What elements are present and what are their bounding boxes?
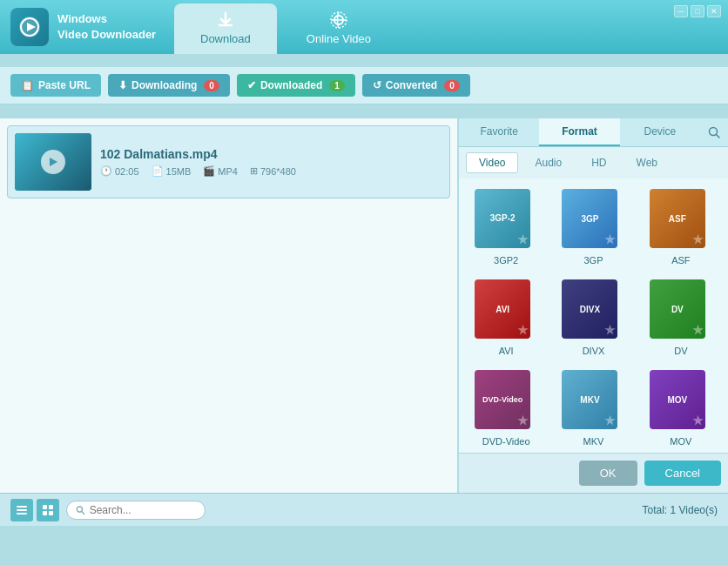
app-title: Windows Video Downloader [57, 11, 156, 43]
format-asf[interactable]: ASF ASF [641, 185, 721, 269]
minimize-button[interactable]: ─ [674, 5, 688, 17]
downloading-badge: 0 [204, 80, 219, 91]
status-bar: Total: 1 Video(s) [0, 493, 728, 526]
resolution-icon: ⊞ [250, 165, 258, 177]
format-grid: 3GP-2 3GP2 3GP 3GP ASF [459, 178, 728, 453]
format-icon-mov: MOV [650, 370, 712, 433]
format-3gp[interactable]: 3GP 3GP [553, 185, 633, 269]
file-list: 102 Dalmatians.mp4 🕐 02:05 📄 15MB 🎬 MP4 [0, 118, 458, 493]
format-icon-3gp2: 3GP-2 [475, 189, 537, 252]
tab-search[interactable] [700, 118, 728, 146]
converted-button[interactable]: ↺ Converted 0 [362, 74, 470, 97]
format-avi[interactable]: AVI AVI [466, 276, 546, 360]
file-icon: 📄 [152, 165, 164, 177]
play-button [41, 150, 65, 174]
format-mkv[interactable]: MKV MKV [553, 367, 633, 450]
svg-rect-11 [43, 505, 47, 509]
subtab-video[interactable]: Video [466, 152, 518, 173]
svg-rect-10 [17, 513, 27, 515]
maximize-button[interactable]: □ [691, 5, 704, 17]
file-thumbnail [15, 133, 91, 191]
list-view-button[interactable] [10, 499, 33, 521]
app-info: Windows Video Downloader [0, 0, 174, 54]
subtab-audio[interactable]: Audio [522, 152, 575, 173]
file-meta: 🕐 02:05 📄 15MB 🎬 MP4 ⊞ 796*480 [100, 165, 442, 177]
format-actions: OK Cancel [459, 453, 728, 493]
format-dvd[interactable]: DVD-Video DVD-Video [466, 367, 546, 450]
toolbar: 📋 Paste URL ⬇ Downloading 0 ✔ Downloaded… [0, 67, 728, 104]
svg-point-15 [77, 507, 82, 512]
convert-icon: ↺ [373, 79, 381, 91]
svg-rect-9 [17, 509, 27, 511]
svg-rect-8 [17, 506, 27, 508]
svg-rect-14 [49, 511, 53, 515]
paste-url-button[interactable]: 📋 Paste URL [10, 74, 101, 97]
format-meta: 🎬 MP4 [203, 165, 238, 177]
format-dv[interactable]: DV DV [641, 276, 721, 360]
tab-format[interactable]: Format [539, 118, 619, 146]
tab-online-video[interactable]: Online Video [280, 3, 397, 54]
main-tabs: Download Online Video [174, 0, 667, 54]
grid-view-button[interactable] [37, 499, 59, 521]
format-panel: Favorite Format Device Video Audio HD We… [458, 118, 728, 493]
subtab-web[interactable]: Web [624, 152, 671, 173]
format-icon-dvd: DVD-Video [475, 370, 537, 433]
check-icon: ✔ [247, 79, 256, 91]
search-box [66, 501, 206, 520]
file-item[interactable]: 102 Dalmatians.mp4 🕐 02:05 📄 15MB 🎬 MP4 [7, 125, 450, 198]
search-input[interactable] [90, 504, 196, 516]
format-icon-asf: ASF [650, 189, 712, 252]
view-buttons [10, 499, 59, 521]
main-content: 102 Dalmatians.mp4 🕐 02:05 📄 15MB 🎬 MP4 [0, 118, 728, 493]
duration-meta: 🕐 02:05 [100, 165, 139, 177]
svg-marker-5 [50, 158, 57, 166]
clipboard-icon: 📋 [21, 79, 34, 91]
window-controls: ─ □ ✕ [667, 0, 728, 54]
app-logo [10, 8, 49, 46]
file-name: 102 Dalmatians.mp4 [100, 147, 442, 161]
subtab-hd[interactable]: HD [578, 152, 619, 173]
ok-button[interactable]: OK [579, 461, 637, 486]
format-icon-divx: DIVX [562, 279, 624, 342]
downloading-button[interactable]: ⬇ Downloading 0 [108, 74, 230, 97]
format-3gp2[interactable]: 3GP-2 3GP2 [466, 185, 546, 269]
svg-line-16 [82, 511, 84, 514]
svg-rect-13 [43, 511, 47, 515]
format-icon-mkv: MKV [562, 370, 624, 433]
downloaded-button[interactable]: ✔ Downloaded 1 [237, 74, 355, 97]
tab-device[interactable]: Device [620, 118, 700, 146]
format-icon-dv: DV [650, 279, 712, 342]
size-meta: 📄 15MB [152, 165, 192, 177]
svg-rect-12 [49, 505, 53, 509]
close-button[interactable]: ✕ [707, 5, 721, 17]
format-icon: 🎬 [203, 165, 215, 177]
clock-icon: 🕐 [100, 165, 112, 177]
file-info: 102 Dalmatians.mp4 🕐 02:05 📄 15MB 🎬 MP4 [100, 147, 442, 177]
downloaded-badge: 1 [329, 80, 345, 91]
format-sub-tabs: Video Audio HD Web [459, 147, 728, 178]
download-icon: ⬇ [118, 79, 127, 91]
format-mov[interactable]: MOV MOV [641, 367, 721, 450]
tab-download[interactable]: Download [174, 3, 277, 54]
header: Windows Video Downloader Download Online… [0, 0, 728, 54]
total-label: Total: 1 Video(s) [643, 504, 718, 516]
tab-favorite[interactable]: Favorite [459, 118, 539, 146]
converted-badge: 0 [444, 80, 460, 91]
resolution-meta: ⊞ 796*480 [250, 165, 296, 177]
svg-line-7 [716, 135, 719, 138]
format-icon-3gp: 3GP [562, 189, 624, 252]
format-panel-tabs: Favorite Format Device [459, 118, 728, 147]
cancel-button[interactable]: Cancel [644, 461, 721, 486]
format-icon-avi: AVI [475, 279, 537, 342]
format-divx[interactable]: DIVX DIVX [553, 276, 633, 360]
